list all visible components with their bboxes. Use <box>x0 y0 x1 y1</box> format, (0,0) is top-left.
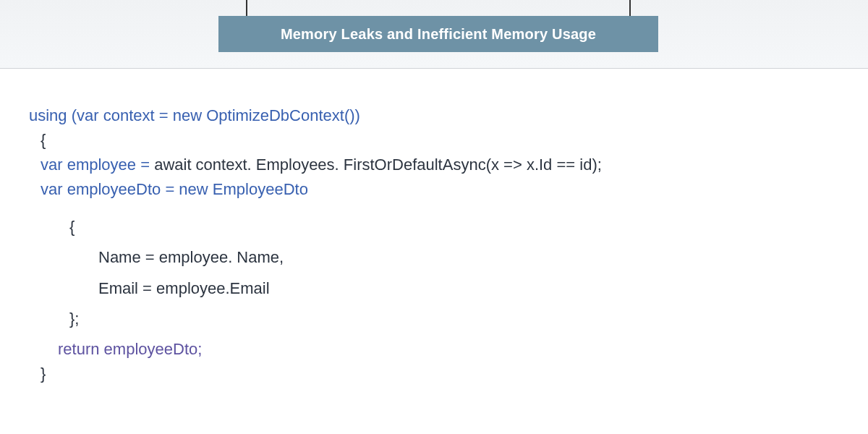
tick-mark-left <box>246 0 247 16</box>
code-line: Name = employee. Name, <box>29 245 839 270</box>
code-line: { <box>29 215 839 239</box>
code-line: } <box>29 362 839 386</box>
code-line: { <box>29 128 839 153</box>
code-line: }; <box>29 307 839 331</box>
code-line: var employeeDto = new EmployeeDto <box>29 177 839 202</box>
section-title: Memory Leaks and Inefficient Memory Usag… <box>218 16 658 52</box>
code-block: using (var context = new OptimizeDbConte… <box>0 69 868 386</box>
code-keyword: return <box>58 340 99 358</box>
tick-mark-right <box>629 0 631 16</box>
code-line: return employeeDto; <box>29 337 839 362</box>
code-line: var employee = await context. Employees.… <box>29 153 839 177</box>
code-text: employeeDto; <box>99 340 202 358</box>
header-region: Memory Leaks and Inefficient Memory Usag… <box>0 0 868 69</box>
code-keyword: var employee = <box>41 156 154 174</box>
code-text: await context. Employees. FirstOrDefault… <box>154 156 602 174</box>
code-line: using (var context = new OptimizeDbConte… <box>29 103 839 128</box>
code-line: Email = employee.Email <box>29 276 839 301</box>
